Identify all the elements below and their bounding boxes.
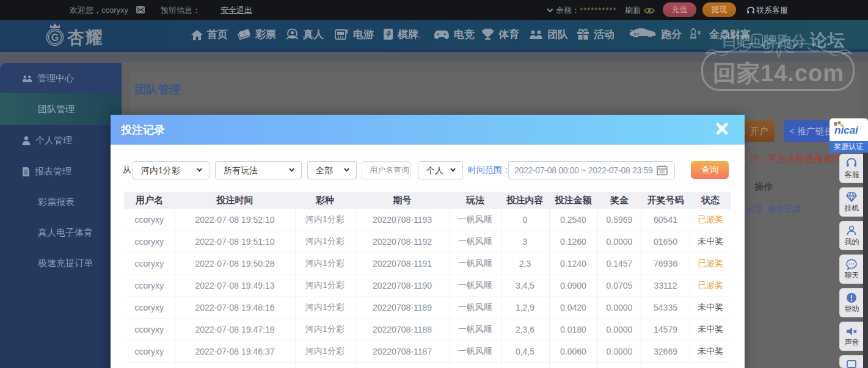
svg-text:G: G [51,32,59,43]
